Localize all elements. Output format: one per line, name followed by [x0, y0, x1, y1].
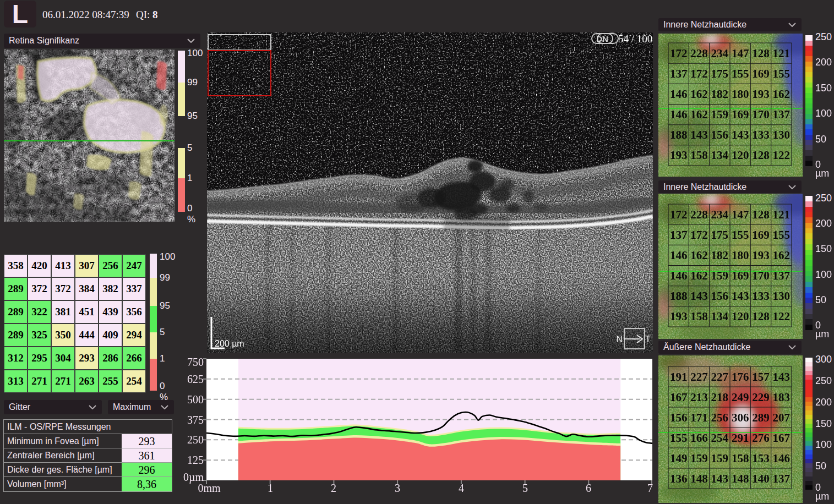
svg-text:207: 207: [773, 411, 791, 424]
svg-text:234: 234: [711, 47, 729, 60]
svg-text:146: 146: [670, 249, 688, 262]
svg-text:162: 162: [773, 249, 791, 262]
svg-text:159: 159: [711, 108, 729, 121]
svg-text:159: 159: [711, 452, 729, 465]
svg-text:193: 193: [752, 249, 770, 262]
svg-text:122: 122: [773, 149, 791, 162]
svg-text:143: 143: [773, 370, 791, 384]
svg-text:228: 228: [690, 47, 708, 60]
svg-text:137: 137: [773, 472, 791, 485]
svg-text:169: 169: [732, 269, 749, 282]
svg-text:158: 158: [732, 452, 749, 465]
svg-text:167: 167: [773, 431, 791, 445]
svg-text:193: 193: [670, 149, 688, 162]
svg-text:143: 143: [690, 128, 708, 141]
svg-text:191: 191: [670, 370, 688, 384]
svg-text:155: 155: [773, 67, 791, 80]
svg-text:256: 256: [711, 411, 729, 424]
svg-text:254: 254: [711, 431, 729, 445]
svg-text:175: 175: [711, 228, 729, 242]
svg-text:172: 172: [670, 47, 688, 60]
svg-text:157: 157: [752, 370, 770, 384]
svg-text:130: 130: [773, 289, 791, 303]
svg-text:146: 146: [670, 108, 688, 121]
svg-text:143: 143: [711, 472, 729, 485]
svg-text:172: 172: [690, 67, 708, 80]
svg-text:162: 162: [690, 108, 708, 121]
svg-text:291: 291: [732, 431, 749, 445]
svg-text:227: 227: [690, 370, 708, 384]
svg-text:167: 167: [670, 391, 688, 404]
svg-text:182: 182: [711, 249, 729, 262]
svg-text:180: 180: [732, 249, 749, 262]
svg-text:188: 188: [670, 128, 688, 141]
svg-text:146: 146: [670, 87, 688, 101]
svg-text:140: 140: [752, 472, 770, 485]
svg-text:169: 169: [732, 108, 749, 121]
svg-text:128: 128: [752, 310, 770, 323]
svg-text:130: 130: [773, 128, 791, 141]
svg-text:188: 188: [670, 289, 688, 303]
svg-text:172: 172: [670, 208, 688, 221]
svg-text:162: 162: [690, 87, 708, 101]
svg-text:158: 158: [690, 310, 708, 323]
svg-text:147: 147: [732, 208, 749, 221]
svg-text:128: 128: [752, 149, 770, 162]
svg-text:120: 120: [732, 149, 749, 162]
svg-text:T: T: [645, 335, 651, 344]
svg-text:227: 227: [711, 370, 729, 384]
svg-text:249: 249: [732, 391, 749, 404]
svg-text:128: 128: [752, 47, 770, 60]
svg-text:193: 193: [752, 87, 770, 101]
svg-text:122: 122: [773, 310, 791, 323]
svg-text:146: 146: [670, 269, 688, 282]
svg-text:213: 213: [690, 391, 708, 404]
svg-text:162: 162: [690, 269, 708, 282]
svg-text:N: N: [616, 335, 623, 344]
svg-text:159: 159: [711, 269, 729, 282]
svg-text:155: 155: [773, 228, 791, 242]
svg-text:169: 169: [752, 67, 770, 80]
svg-text:133: 133: [752, 128, 770, 141]
svg-text:137: 137: [670, 67, 688, 80]
svg-text:170: 170: [752, 108, 770, 121]
svg-text:136: 136: [670, 472, 688, 485]
svg-text:276: 276: [752, 431, 770, 445]
svg-text:156: 156: [711, 128, 729, 141]
svg-text:156: 156: [670, 411, 688, 424]
svg-text:147: 147: [732, 47, 749, 60]
svg-text:218: 218: [711, 391, 729, 404]
svg-text:170: 170: [752, 269, 770, 282]
svg-text:155: 155: [732, 67, 749, 80]
svg-text:143: 143: [732, 128, 749, 141]
svg-text:193: 193: [670, 310, 688, 323]
svg-text:289: 289: [752, 411, 770, 424]
svg-text:149: 149: [670, 452, 688, 465]
svg-text:155: 155: [732, 228, 749, 242]
svg-text:DN: DN: [596, 34, 608, 43]
svg-text:134: 134: [711, 310, 729, 323]
svg-text:175: 175: [711, 67, 729, 80]
svg-text:137: 137: [670, 228, 688, 242]
svg-text:155: 155: [670, 431, 688, 445]
svg-text:162: 162: [773, 87, 791, 101]
svg-text:156: 156: [711, 289, 729, 303]
svg-text:180: 180: [732, 87, 749, 101]
svg-text:134: 134: [711, 149, 729, 162]
svg-text:183: 183: [773, 391, 791, 404]
svg-text:137: 137: [773, 108, 791, 121]
svg-text:54 / 100: 54 / 100: [618, 33, 652, 45]
svg-text:153: 153: [752, 452, 770, 465]
svg-text:143: 143: [732, 289, 749, 303]
svg-text:162: 162: [690, 249, 708, 262]
svg-text:121: 121: [773, 208, 791, 221]
svg-text:169: 169: [752, 228, 770, 242]
svg-text:158: 158: [690, 149, 708, 162]
svg-text:229: 229: [752, 391, 770, 404]
svg-text:133: 133: [752, 289, 770, 303]
svg-text:200 µm: 200 µm: [215, 339, 244, 348]
svg-text:148: 148: [690, 472, 708, 485]
svg-text:148: 148: [732, 472, 749, 485]
svg-text:228: 228: [690, 208, 708, 221]
svg-text:166: 166: [690, 431, 708, 445]
